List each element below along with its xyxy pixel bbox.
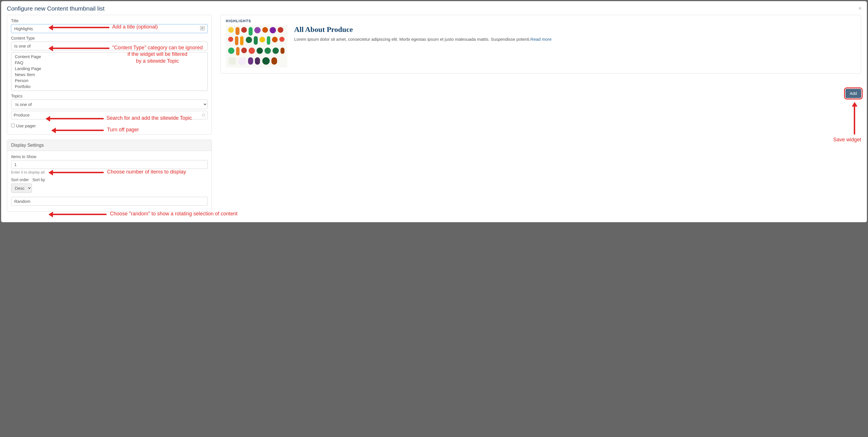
- topics-label: Topics: [11, 94, 208, 98]
- topics-tag-input[interactable]: Produce: [11, 111, 208, 119]
- display-settings-panel: Display Settings Items to Show Enter 0 t…: [7, 140, 212, 212]
- sort-by-input[interactable]: [11, 197, 208, 206]
- use-pager-checkbox[interactable]: [11, 124, 15, 127]
- modal-header: Configure new Content thumbnail list ×: [1, 1, 867, 15]
- list-item[interactable]: FAQ: [11, 60, 207, 65]
- title-input[interactable]: [11, 24, 208, 33]
- items-help-text: Enter 0 to display all.: [11, 170, 208, 174]
- sort-by-label: Sort by: [32, 177, 45, 182]
- items-to-show-input[interactable]: [11, 160, 208, 169]
- preview-title: All About Produce: [294, 25, 856, 34]
- use-pager-label: Use pager: [16, 123, 36, 128]
- close-icon[interactable]: ×: [858, 5, 862, 12]
- content-type-operator[interactable]: [11, 41, 208, 51]
- add-button[interactable]: Add: [845, 89, 861, 98]
- modal-title: Configure new Content thumbnail list: [7, 5, 861, 12]
- filter-panel: Title Content Type Content Page FAQ Land…: [7, 15, 212, 135]
- modal-body: Title Content Type Content Page FAQ Land…: [1, 15, 867, 221]
- title-label: Title: [11, 19, 208, 23]
- modal-dialog: Configure new Content thumbnail list × T…: [1, 1, 867, 222]
- preview-eyebrow: HIGHLIGHTS: [226, 19, 856, 23]
- preview-column: HIGHLIGHTS: [220, 15, 861, 218]
- sort-order-label: Sort order: [11, 177, 29, 182]
- preview-description: Lorem ipsum dolor sit amet, consectetur …: [294, 36, 856, 42]
- translate-icon[interactable]: [200, 26, 205, 30]
- list-item[interactable]: Landing Page: [11, 65, 207, 71]
- items-to-show-label: Items to Show: [11, 154, 208, 159]
- list-item[interactable]: News Item: [11, 71, 207, 78]
- preview-card: HIGHLIGHTS: [220, 15, 861, 74]
- form-column: Title Content Type Content Page FAQ Land…: [7, 15, 212, 218]
- content-type-listbox[interactable]: Content Page FAQ Landing Page News Item …: [11, 52, 208, 91]
- content-type-label: Content Type: [11, 36, 208, 40]
- topic-tag: Produce: [14, 113, 30, 117]
- loading-icon: [202, 114, 205, 117]
- sort-order-select[interactable]: Desc: [11, 183, 32, 193]
- display-settings-heading: Display Settings: [7, 140, 212, 151]
- preview-thumbnail: [226, 25, 287, 67]
- list-item[interactable]: Portfolio: [11, 84, 207, 89]
- topics-operator-select[interactable]: Is one of: [11, 99, 208, 109]
- annotation-save: Save widget: [833, 137, 861, 143]
- annotation-random: Choose "random" to show a rotating selec…: [110, 211, 238, 217]
- list-item[interactable]: Content Page: [11, 54, 207, 60]
- list-item[interactable]: Person: [11, 78, 207, 84]
- read-more-link[interactable]: Read more: [531, 37, 552, 41]
